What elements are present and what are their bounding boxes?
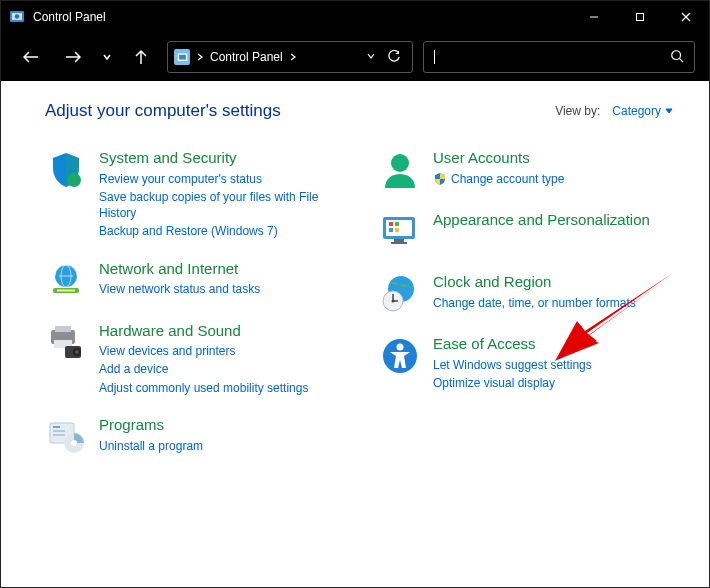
category-link-text: Change account type xyxy=(451,171,564,187)
content-area: Adjust your computer's settings View by:… xyxy=(1,81,709,587)
content-header: Adjust your computer's settings View by:… xyxy=(45,101,681,121)
category-clock-region: Clock and Region Change date, time, or n… xyxy=(379,273,681,315)
svg-rect-34 xyxy=(395,222,399,226)
category-link[interactable]: Save backup copies of your files with Fi… xyxy=(99,189,347,221)
up-button[interactable] xyxy=(125,41,157,73)
close-button[interactable] xyxy=(663,1,709,33)
category-appearance-personalization: Appearance and Personalization xyxy=(379,211,681,253)
svg-rect-33 xyxy=(389,222,393,226)
category-title[interactable]: Clock and Region xyxy=(433,273,681,292)
category-link[interactable]: Backup and Restore (Windows 7) xyxy=(99,223,347,239)
category-programs: Programs Uninstall a program xyxy=(45,416,347,458)
refresh-button[interactable] xyxy=(382,50,406,64)
uac-shield-icon xyxy=(433,172,447,186)
svg-point-41 xyxy=(392,300,395,303)
category-link[interactable]: Uninstall a program xyxy=(99,438,347,454)
left-column: System and Security Review your computer… xyxy=(45,149,347,458)
view-by-value: Category xyxy=(612,104,661,118)
category-title[interactable]: Hardware and Sound xyxy=(99,322,347,341)
accessibility-icon xyxy=(379,335,421,377)
window-title: Control Panel xyxy=(33,10,106,24)
category-network-internet: Network and Internet View network status… xyxy=(45,260,347,302)
svg-rect-36 xyxy=(395,228,399,232)
category-title[interactable]: Programs xyxy=(99,416,347,435)
svg-line-10 xyxy=(680,58,684,62)
address-bar[interactable]: Control Panel xyxy=(167,41,413,73)
view-by-label: View by: xyxy=(555,104,600,118)
page-title: Adjust your computer's settings xyxy=(45,101,281,121)
category-system-security: System and Security Review your computer… xyxy=(45,149,347,240)
address-separator-icon xyxy=(289,52,297,63)
category-title[interactable]: System and Security xyxy=(99,149,347,168)
titlebar-buttons xyxy=(571,1,709,33)
user-icon xyxy=(379,149,421,191)
category-link[interactable]: Add a device xyxy=(99,361,347,377)
search-box[interactable] xyxy=(423,41,695,73)
clock-globe-icon xyxy=(379,273,421,315)
category-link[interactable]: View devices and printers xyxy=(99,343,347,359)
globe-network-icon xyxy=(45,260,87,302)
svg-rect-17 xyxy=(55,326,71,332)
recent-locations-chevron[interactable] xyxy=(99,41,115,73)
navbar: Control Panel xyxy=(1,33,709,81)
category-hardware-sound: Hardware and Sound View devices and prin… xyxy=(45,322,347,396)
right-column: User Accounts Change account type xyxy=(379,149,681,458)
svg-rect-15 xyxy=(57,289,75,291)
category-title[interactable]: Network and Internet xyxy=(99,260,347,279)
window-root: Control Panel xyxy=(0,0,710,588)
svg-point-9 xyxy=(672,50,681,59)
svg-point-11 xyxy=(67,173,81,187)
search-icon xyxy=(670,49,684,66)
svg-rect-35 xyxy=(389,228,393,232)
svg-rect-31 xyxy=(394,239,404,242)
category-link[interactable]: View network status and tasks xyxy=(99,281,347,297)
svg-point-27 xyxy=(71,440,77,446)
svg-rect-4 xyxy=(637,14,644,21)
chevron-down-icon xyxy=(665,107,673,115)
programs-disc-icon xyxy=(45,416,87,458)
svg-rect-23 xyxy=(53,426,60,428)
address-history-chevron[interactable] xyxy=(366,50,376,64)
category-title[interactable]: Appearance and Personalization xyxy=(433,211,681,230)
printer-camera-icon xyxy=(45,322,87,364)
address-crumb[interactable]: Control Panel xyxy=(210,50,283,64)
address-separator-icon xyxy=(196,52,204,63)
maximize-button[interactable] xyxy=(617,1,663,33)
back-button[interactable] xyxy=(15,41,47,73)
category-ease-of-access: Ease of Access Let Windows suggest setti… xyxy=(379,335,681,391)
category-link[interactable]: Review your computer's status xyxy=(99,171,347,187)
view-by-dropdown[interactable]: Category xyxy=(612,104,673,118)
svg-point-43 xyxy=(397,344,404,351)
minimize-button[interactable] xyxy=(571,1,617,33)
view-by: View by: Category xyxy=(555,104,673,118)
category-link[interactable]: Change date, time, or number formats xyxy=(433,295,681,311)
category-link[interactable]: Change account type xyxy=(433,171,681,187)
forward-button[interactable] xyxy=(57,41,89,73)
svg-point-28 xyxy=(391,154,409,172)
control-panel-app-icon xyxy=(9,9,25,25)
category-link[interactable]: Optimize visual display xyxy=(433,375,681,391)
category-link[interactable]: Adjust commonly used mobility settings xyxy=(99,380,347,396)
svg-point-2 xyxy=(15,14,19,18)
category-title[interactable]: User Accounts xyxy=(433,149,681,168)
shield-icon xyxy=(45,149,87,191)
search-input[interactable] xyxy=(435,50,670,64)
category-title[interactable]: Ease of Access xyxy=(433,335,681,354)
svg-rect-24 xyxy=(53,430,65,432)
category-user-accounts: User Accounts Change account type xyxy=(379,149,681,191)
svg-rect-8 xyxy=(179,54,186,59)
monitor-personalization-icon xyxy=(379,211,421,253)
category-columns: System and Security Review your computer… xyxy=(45,149,681,458)
svg-rect-25 xyxy=(53,434,65,436)
svg-rect-32 xyxy=(391,242,407,244)
control-panel-address-icon xyxy=(174,49,190,65)
titlebar: Control Panel xyxy=(1,1,709,33)
category-link[interactable]: Let Windows suggest settings xyxy=(433,357,681,373)
svg-point-21 xyxy=(75,350,79,354)
